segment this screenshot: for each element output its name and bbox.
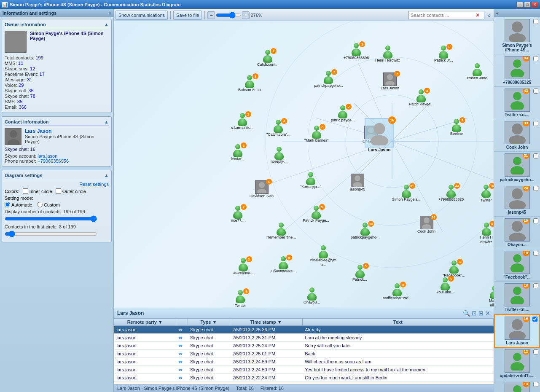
diagram-node[interactable]: Henri Horowitz — [375, 46, 400, 63]
diagram-node[interactable]: 16 Twitter — [481, 185, 492, 203]
right-panel-item[interactable]: 18"Facebook"... — [494, 249, 540, 282]
right-panel-item[interactable]: 31patrickpaygeho... — [494, 152, 540, 184]
outer-circle-check[interactable] — [56, 188, 61, 194]
reset-settings-link[interactable]: Reset settings — [5, 182, 109, 187]
expand-right-button[interactable]: » — [486, 12, 492, 19]
diagram-node[interactable]: 5 Обновления... — [271, 256, 296, 274]
diagram-node[interactable]: 2 Bobson Anna — [238, 75, 261, 92]
right-panel-item[interactable]: 43Twitter <n-... — [494, 87, 540, 119]
diagram-node[interactable]: 31 Simon Payge's... — [392, 185, 420, 202]
search-input[interactable] — [409, 12, 474, 18]
diagram-node[interactable]: Remember The... — [266, 223, 296, 240]
diagram-node[interactable]: 6 Henri Horowitz — [479, 223, 494, 244]
diagram-node[interactable]: 2 Catch.com... — [257, 50, 279, 67]
table-row[interactable]: lars.jason ⇔ Skype chat 2/5/2013 2:24:50… — [114, 366, 494, 374]
maximize-button[interactable]: □ — [524, 2, 531, 8]
diagram-node[interactable]: 3 patrickpaygeho... — [314, 71, 343, 88]
right-panel-item[interactable]: 13update+zrdol1=... — [494, 348, 540, 380]
right-panel-item[interactable]: 19Ohayou... — [494, 217, 540, 249]
right-item-checkbox[interactable] — [533, 56, 538, 61]
owner-collapse-btn[interactable]: ▲ — [104, 22, 109, 27]
search-clear-button[interactable]: ✕ — [474, 12, 481, 18]
zoom-plus-button[interactable]: + — [242, 11, 250, 19]
right-expand-btn[interactable]: » — [496, 11, 498, 16]
col-dir[interactable] — [176, 319, 188, 326]
diagram-node[interactable]: 1 Twitter — [235, 290, 246, 308]
diagram-node[interactable]: "Команда..." — [300, 172, 322, 189]
table-row[interactable]: lars.jason ⇔ Skype chat 2/5/2013 2:25:31… — [114, 334, 494, 342]
right-item-checkbox[interactable] — [533, 19, 538, 24]
bottom-icon-1[interactable]: 🔍 — [463, 310, 470, 317]
bottom-icon-3[interactable]: ⊞ — [478, 310, 484, 317]
right-panel-item[interactable]: 44+79688685325 — [494, 54, 540, 87]
col-timestamp[interactable]: Time stamp ▼ — [230, 319, 302, 326]
col-remote-party[interactable]: Remote party ▼ — [114, 319, 176, 326]
messages-table-container[interactable]: Remote party ▼ Type ▼ Time stamp ▼ Text … — [114, 318, 494, 384]
right-panel-item[interactable]: 16Lars Jason — [494, 314, 540, 348]
bottom-close-button[interactable]: ✕ — [485, 310, 490, 317]
diagram-collapse-btn[interactable]: ▲ — [104, 173, 109, 178]
diagram-node[interactable]: 12 Cook John — [417, 216, 435, 234]
diagram-node[interactable]: 44 +79688685325 — [438, 185, 464, 202]
diagram-canvas[interactable]: 2 Catch.com... 3 patrickpaygeho... 3 +79… — [114, 21, 494, 308]
diagram-node[interactable]: 3 Patric Payge... — [409, 89, 434, 107]
right-panel-item[interactable]: 13"Facebook"... — [494, 380, 540, 392]
diagram-node[interactable]: 8 "Mark Barnes" — [304, 126, 328, 143]
diagram-node[interactable]: noreply-... — [271, 147, 287, 164]
contacts-slider[interactable] — [5, 216, 97, 222]
bottom-icon-2[interactable]: ⊡ — [472, 310, 477, 317]
diagram-node[interactable]: 7 patric.payge... — [331, 105, 355, 123]
diagram-node[interactable]: 5 Patrick... — [352, 265, 367, 282]
col-text[interactable]: Text — [302, 319, 493, 326]
diagram-node[interactable]: 10 patrickpaygeho... — [351, 223, 380, 240]
diagram-node[interactable]: ninalahie4@yma... — [309, 245, 338, 267]
diagram-node[interactable]: 5 notification+zrd... — [383, 283, 411, 301]
diagram-node[interactable]: 4 Davidson Ivan — [250, 180, 274, 199]
right-item-checkbox[interactable] — [532, 317, 537, 322]
right-panel-item[interactable]: Simon Payge's iPhone 4S... — [494, 17, 540, 54]
right-item-checkbox[interactable] — [533, 283, 538, 288]
zoom-minus-button[interactable]: − — [207, 11, 215, 19]
diagram-node[interactable]: 4 "Catch.com"... — [266, 120, 290, 137]
diagram-node[interactable]: 7 Beeline — [450, 119, 463, 136]
diagram-node[interactable]: Ohayou... — [304, 287, 320, 305]
right-panel-item[interactable]: 33Cook John — [494, 119, 540, 152]
diagram-node[interactable]: jasonp45 — [350, 174, 365, 192]
diagram-node[interactable]: 6 "Facebook"... — [443, 260, 465, 278]
automatic-radio[interactable]: Automatic — [5, 202, 32, 207]
panel-collapse-button[interactable]: « — [108, 11, 111, 16]
right-item-checkbox[interactable] — [533, 382, 538, 387]
right-item-checkbox[interactable] — [533, 218, 538, 223]
custom-radio[interactable]: Custom — [37, 202, 60, 207]
contact-name[interactable]: Lars Jason — [25, 128, 109, 134]
diagram-node[interactable]: 2 nce77... — [231, 206, 244, 223]
minimize-button[interactable]: ─ — [516, 2, 523, 8]
inner-circle-check[interactable] — [23, 188, 28, 194]
right-item-checkbox[interactable] — [533, 349, 538, 354]
right-item-checkbox[interactable] — [533, 251, 538, 256]
diagram-node[interactable]: 2 aster@ma... — [233, 258, 253, 275]
save-to-file-button[interactable]: Save to file — [173, 11, 202, 20]
diagram-node[interactable]: 2 Mail Delivery... — [489, 286, 494, 308]
table-row[interactable]: lars.jason ⇔ Skype chat 2/5/2013 2:25:36… — [114, 326, 494, 334]
inner-circle-checkbox[interactable]: Inner circle — [23, 188, 52, 194]
diagram-node[interactable]: 7 Lars Jason — [381, 72, 399, 91]
zoom-slider[interactable] — [216, 13, 241, 18]
diagram-node[interactable]: 6 YouTube... — [436, 277, 454, 295]
diagram-node[interactable]: 2 lendar... — [231, 144, 244, 161]
diagram-node[interactable]: 2 s.karmanlis... — [231, 113, 253, 130]
close-button[interactable]: ✕ — [532, 2, 538, 8]
right-item-checkbox[interactable] — [533, 89, 538, 94]
first-circle-slider[interactable] — [5, 231, 97, 237]
right-item-checkbox[interactable] — [533, 153, 538, 158]
table-row[interactable]: lars.jason ⇔ Skype chat 2/5/2013 2:24:59… — [114, 358, 494, 366]
contact-collapse-btn[interactable]: ▲ — [104, 119, 109, 124]
outer-circle-checkbox[interactable]: Outer circle — [56, 188, 86, 194]
center-node[interactable]: 16 Lars Jason — [365, 118, 394, 153]
right-item-checkbox[interactable] — [533, 186, 538, 191]
show-communications-button[interactable]: Show communications — [116, 11, 168, 20]
col-type[interactable]: Type ▼ — [188, 319, 230, 326]
right-panel-item[interactable]: 16Twitter <n-... — [494, 282, 540, 314]
skype-account-value[interactable]: lars.jason — [38, 153, 57, 158]
diagram-node[interactable]: Rosen Jane — [467, 63, 487, 81]
